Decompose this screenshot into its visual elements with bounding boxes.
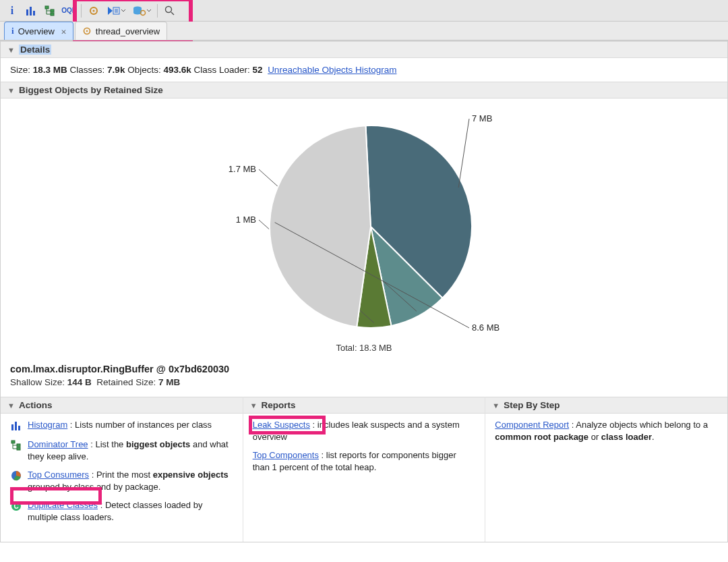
query-history-icon[interactable] [130, 3, 153, 19]
pie-slice-label: 7 MB [472, 113, 492, 123]
svg-rect-0 [26, 9, 28, 16]
object-name: com.lmax.disruptor.RingBuffer @ 0x7bd620… [10, 364, 718, 374]
tab-thread-overview[interactable]: thread_overview [75, 22, 167, 40]
svg-rect-5 [51, 13, 54, 16]
section-header-reports[interactable]: ▼ Reports [243, 397, 485, 414]
action-row: Histogram : Lists number of instances pe… [10, 419, 233, 432]
svg-rect-4 [51, 9, 54, 12]
pie-slice[interactable] [270, 125, 371, 327]
run-list-icon[interactable] [104, 3, 127, 19]
section-header-biggest[interactable]: ▼ Biggest Objects by Retained Size [1, 82, 727, 99]
action-row: Leak Suspects : includes leak suspects a… [253, 419, 476, 443]
chart-total-label: Total: 18.3 MB [336, 343, 392, 353]
section-header-actions[interactable]: ▼ Actions [1, 397, 243, 414]
panel-actions: ▼ Actions Histogram : Lists number of in… [1, 397, 243, 542]
section-title: Step By Step [504, 400, 559, 410]
action-link[interactable]: Component Report [495, 420, 569, 430]
pie-chart: 7 MB1.7 MB1 MB8.6 MB [182, 105, 546, 341]
svg-rect-1 [30, 7, 32, 16]
action-link[interactable]: Top Consumers [28, 470, 89, 480]
details-summary: Size: 18.3 MB Classes: 7.9k Objects: 493… [1, 58, 727, 82]
svg-rect-17 [11, 441, 15, 443]
section-header-stepbystep[interactable]: ▼ Step By Step [485, 397, 727, 414]
collapse-arrow-icon: ▼ [7, 86, 15, 94]
tab-close-icon[interactable]: ⨉ [61, 26, 66, 36]
svg-rect-3 [45, 6, 49, 9]
panel-reports: ▼ Reports Leak Suspects : includes leak … [243, 397, 486, 542]
dup-icon: C [10, 500, 22, 512]
histogram-icon [10, 420, 22, 432]
action-link[interactable]: Duplicate Classes [28, 500, 98, 510]
search-icon[interactable] [162, 3, 178, 19]
section-title: Details [19, 45, 51, 55]
action-row: CDuplicate Classes : Detect classes load… [10, 499, 233, 523]
unreachable-histogram-link[interactable]: Unreachable Objects Histogram [268, 65, 396, 75]
svg-text:C: C [13, 503, 18, 510]
tree-icon[interactable] [42, 3, 58, 19]
svg-rect-16 [18, 426, 20, 430]
svg-rect-18 [17, 444, 20, 447]
tab-label: Overview [18, 26, 55, 36]
tree-icon [10, 439, 22, 451]
action-row: Dominator Tree : List the biggest object… [10, 439, 233, 462]
svg-point-7 [93, 9, 95, 11]
consumers-icon [10, 470, 22, 482]
bottom-panels: ▼ Actions Histogram : Lists number of in… [1, 397, 727, 542]
section-title: Actions [19, 400, 53, 410]
collapse-arrow-icon: ▼ [7, 46, 15, 54]
collapse-arrow-icon: ▼ [7, 401, 15, 410]
section-header-details[interactable]: ▼ Details [1, 41, 727, 58]
oql-icon[interactable]: OQL [61, 3, 77, 19]
svg-rect-2 [33, 11, 35, 16]
action-row: Top Consumers : Print the most expensive… [10, 469, 233, 493]
tab-overview[interactable]: i Overview ⨉ [4, 22, 73, 40]
gear-icon [82, 26, 92, 36]
tab-bar: i Overview ⨉ thread_overview [0, 22, 728, 40]
svg-rect-14 [11, 424, 13, 430]
pie-slice-label: 1.7 MB [229, 164, 256, 174]
info-icon: i [11, 26, 14, 36]
gear-icon[interactable] [86, 3, 102, 19]
pie-slice-label: 1 MB [236, 215, 256, 225]
tab-label: thread_overview [96, 26, 160, 36]
section-title: Biggest Objects by Retained Size [19, 85, 163, 95]
action-link[interactable]: Histogram [28, 420, 67, 430]
pie-chart-area: 7 MB1.7 MB1 MB8.6 MB Total: 18.3 MB [1, 99, 727, 360]
panel-stepbystep: ▼ Step By Step Component Report : Analyz… [485, 397, 727, 542]
action-link[interactable]: Top Components [253, 450, 319, 460]
svg-rect-19 [17, 447, 20, 450]
main-content: ▼ Details Size: 18.3 MB Classes: 7.9k Ob… [0, 40, 728, 542]
histogram-icon[interactable] [23, 3, 39, 19]
svg-point-11 [166, 6, 172, 12]
action-link[interactable]: Leak Suspects [253, 420, 310, 430]
action-link[interactable]: Dominator Tree [28, 439, 88, 449]
collapse-arrow-icon: ▼ [250, 401, 257, 410]
action-row: Component Report : Analyze objects which… [495, 419, 718, 443]
selected-object-info: com.lmax.disruptor.RingBuffer @ 0x7bd620… [1, 360, 727, 397]
svg-rect-15 [15, 422, 17, 430]
main-toolbar: i OQL [0, 0, 728, 22]
collapse-arrow-icon: ▼ [492, 401, 499, 410]
info-icon[interactable]: i [4, 3, 20, 19]
svg-point-13 [86, 30, 88, 32]
section-title: Reports [262, 400, 296, 410]
pie-slice-label: 8.6 MB [472, 322, 499, 333]
action-row: Top Components : list reports for compon… [253, 449, 476, 473]
